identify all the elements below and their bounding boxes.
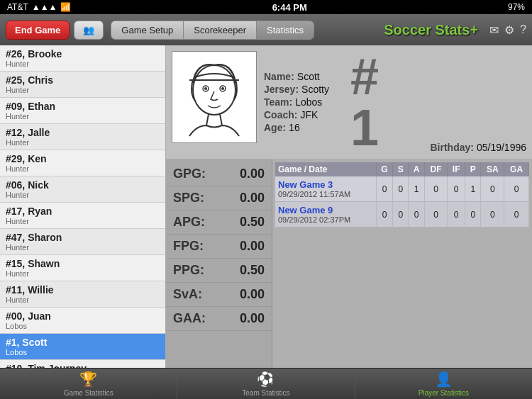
player-item[interactable]: #17, Ryan Hunter — [0, 203, 165, 229]
stat-value: 0.00 — [240, 239, 265, 254]
svg-point-5 — [221, 87, 224, 90]
games-col-header: A — [409, 162, 425, 176]
game-ga: 0 — [504, 202, 529, 227]
games-section: Game / DateGSADFIFPSAGA New Game 3 09/29… — [272, 159, 532, 368]
stat-row: APG: 0.50 — [166, 210, 272, 235]
stat-label: GPG: — [173, 167, 206, 181]
app-title: Soccer Stats+ — [384, 22, 478, 38]
nav-tabs: Game Setup Scorekeeper Statistics — [111, 21, 314, 40]
player-item-name: #17, Ryan — [6, 206, 160, 217]
player-item-team: Hunter — [6, 191, 160, 199]
player-item-team: Hunter — [6, 217, 160, 225]
tab-icon: 🏆 — [79, 371, 97, 388]
name-label: Name: — [264, 71, 294, 82]
stat-label: SvA: — [173, 287, 202, 302]
player-item[interactable]: #09, Ethan Hunter — [0, 98, 165, 124]
player-item[interactable]: #15, Shawn Hunter — [0, 255, 165, 281]
tab-icon: ⚽ — [257, 371, 275, 388]
player-item[interactable]: #06, Nick Hunter — [0, 176, 165, 203]
player-item[interactable]: #12, Jalle Hunter — [0, 124, 165, 150]
game-name: New Game 9 — [278, 205, 373, 215]
tab-icon: 👤 — [435, 371, 453, 388]
detail-panel: Name: Scott Jersey: Scotty Team: Lobos C… — [166, 45, 532, 368]
games-col-header: SA — [481, 162, 504, 176]
games-col-header: GA — [504, 162, 529, 176]
stat-value: 0.50 — [240, 215, 265, 230]
game-date: 09/29/2012 11:57AM — [278, 190, 373, 198]
player-item[interactable]: #29, Ken Hunter — [0, 150, 165, 176]
game-if: 0 — [448, 202, 465, 227]
games-col-header: DF — [424, 162, 447, 176]
age-label: Age: — [264, 122, 286, 133]
game-row[interactable]: New Game 3 09/29/2012 11:57AM 0 0 1 0 0 … — [275, 176, 529, 202]
player-item[interactable]: #47, Sharon Hunter — [0, 229, 165, 255]
stat-value: 0.00 — [240, 191, 265, 206]
stat-label: PPG: — [173, 263, 204, 278]
stat-value: 0.00 — [240, 287, 265, 302]
people-icon-button[interactable]: 👥 — [74, 21, 104, 40]
tab-label: Game Statistics — [64, 389, 113, 397]
carrier-label: AT&T — [7, 2, 28, 12]
signal-icon: ▲▲▲ — [32, 2, 57, 12]
player-item[interactable]: #1, Scott Lobos — [0, 334, 165, 360]
mail-icon[interactable]: ✉ — [489, 23, 499, 37]
tab-label: Team Statistics — [242, 389, 289, 397]
nav-bar: End Game 👥 Game Setup Scorekeeper Statis… — [0, 14, 532, 45]
game-sa: 0 — [481, 202, 504, 227]
player-item[interactable]: #00, Juan Lobos — [0, 308, 165, 334]
game-a: 0 — [409, 202, 425, 227]
game-row[interactable]: New Game 9 09/29/2012 02:37PM 0 0 0 0 0 … — [275, 202, 529, 227]
player-item-team: Hunter — [6, 243, 160, 252]
help-icon[interactable]: ? — [520, 23, 526, 37]
coach-label: Coach: — [264, 109, 297, 120]
game-ga: 0 — [504, 176, 529, 202]
sidebar: #26, Brooke Hunter #25, Chris Hunter #09… — [0, 45, 166, 368]
player-header: Name: Scott Jersey: Scotty Team: Lobos C… — [166, 45, 532, 159]
player-item-team: Hunter — [6, 60, 160, 68]
tab-game-setup[interactable]: Game Setup — [111, 21, 184, 39]
player-item-team: Hunter — [6, 86, 160, 94]
game-if: 0 — [448, 176, 465, 202]
player-coach-value: JFK — [300, 109, 318, 120]
player-jersey-value: Scotty — [301, 84, 329, 95]
player-item[interactable]: #10, Tim Journey Lobos — [0, 360, 165, 368]
player-item-name: #00, Juan — [6, 310, 160, 322]
player-age-value: 16 — [289, 122, 300, 133]
stat-row: SvA: 0.00 — [166, 283, 272, 307]
game-df: 0 — [424, 176, 447, 202]
game-g: 0 — [376, 176, 393, 202]
birthday-label: Birthday: — [430, 142, 473, 153]
player-item-team: Hunter — [6, 269, 160, 278]
game-df: 0 — [424, 202, 447, 227]
stat-row: PPG: 0.50 — [166, 259, 272, 283]
player-item-team: Hunter — [6, 164, 160, 173]
stat-label: FPG: — [173, 239, 204, 254]
player-item[interactable]: #11, Willie Hunter — [0, 281, 165, 308]
games-col-header: Game / Date — [275, 162, 376, 176]
player-item-team: Lobos — [6, 348, 160, 356]
game-p: 0 — [465, 202, 481, 227]
tab-statistics[interactable]: Statistics — [257, 21, 314, 39]
tab-label: Player Statistics — [419, 389, 469, 397]
games-table: Game / DateGSADFIFPSAGA New Game 3 09/29… — [275, 162, 529, 227]
game-date: 09/29/2012 02:37PM — [278, 215, 373, 224]
player-item[interactable]: #25, Chris Hunter — [0, 72, 165, 98]
stat-row: SPG: 0.00 — [166, 186, 272, 210]
stat-row: GAA: 0.00 — [166, 307, 272, 331]
stat-value: 0.00 — [240, 167, 265, 181]
stat-value: 0.50 — [240, 263, 265, 278]
player-item-name: #06, Nick — [6, 179, 160, 191]
tab-player-statistics[interactable]: 👤 Player Statistics — [355, 369, 532, 399]
game-s: 0 — [393, 176, 409, 202]
tab-scorekeeper[interactable]: Scorekeeper — [184, 21, 257, 39]
game-a: 1 — [409, 176, 425, 202]
wifi-icon: 📶 — [60, 2, 71, 12]
player-birthday-value: 05/19/1996 — [477, 142, 526, 153]
player-item[interactable]: #26, Brooke Hunter — [0, 45, 165, 72]
tab-team-statistics[interactable]: ⚽ Team Statistics — [177, 369, 355, 399]
game-s: 0 — [393, 202, 409, 227]
settings-icon[interactable]: ⚙ — [504, 23, 514, 37]
tab-game-statistics[interactable]: 🏆 Game Statistics — [0, 369, 177, 399]
end-game-button[interactable]: End Game — [6, 21, 70, 40]
player-item-team: Hunter — [6, 296, 160, 304]
